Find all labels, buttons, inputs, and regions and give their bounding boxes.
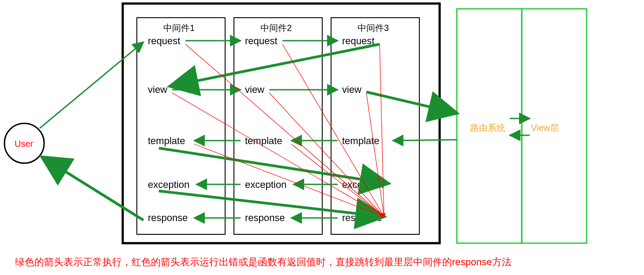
mw-row-template: template (148, 135, 185, 146)
mw-row-request: request (245, 35, 277, 46)
svg-line-12 (393, 140, 457, 141)
middleware-box-1: 中间件1 request view template exception res… (137, 18, 225, 234)
mw-row-template: template (245, 135, 282, 146)
svg-line-3 (40, 42, 143, 128)
red-arrows (172, 44, 384, 217)
caption: 绿色的箭头表示正常执行，红色的箭头表示运行出错或是函数有返回值时，直接跳转到最里… (15, 256, 512, 267)
svg-line-26 (269, 93, 384, 217)
mw-row-request: request (342, 35, 374, 46)
mw-row-view: view (148, 84, 167, 95)
routing-label: 路由系统 (470, 123, 505, 133)
mw-row-exception: exception (148, 179, 189, 190)
svg-line-21 (42, 157, 143, 220)
mw-row-view: view (342, 84, 362, 95)
svg-rect-0 (137, 18, 225, 234)
mw-row-view: view (245, 84, 264, 95)
mw-row-exception: exception (245, 179, 286, 190)
mw-row-response: response (245, 212, 285, 223)
mw-row-response: response (148, 212, 188, 223)
middleware-title: 中间件2 (260, 23, 292, 33)
svg-line-23 (282, 44, 384, 217)
viewlayer-label: View层 (531, 123, 559, 133)
svg-line-6 (170, 44, 380, 86)
middleware-title: 中间件3 (358, 23, 389, 33)
svg-line-22 (185, 44, 384, 217)
middleware-title: 中间件1 (163, 23, 195, 33)
svg-line-9 (366, 92, 457, 113)
mw-row-request: request (148, 35, 180, 46)
user-label: User (15, 139, 34, 149)
